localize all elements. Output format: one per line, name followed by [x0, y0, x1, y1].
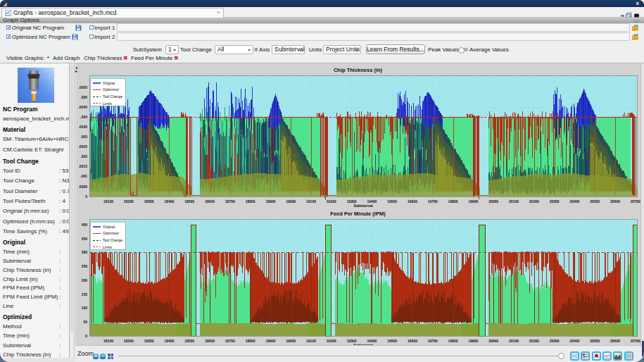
svg-text:19800: 19800 [448, 339, 458, 343]
svg-text:300: 300 [82, 250, 88, 254]
svg-text:18200: 18200 [124, 339, 134, 343]
svg-text:0: 0 [85, 194, 87, 199]
svg-text:20300: 20300 [550, 339, 560, 343]
svg-text:20300: 20300 [550, 199, 560, 204]
svg-text:18900: 18900 [265, 339, 275, 343]
svg-text:18600: 18600 [205, 339, 215, 343]
svg-text:Limits: Limits [103, 101, 113, 106]
svg-text:19900: 19900 [468, 339, 478, 343]
svg-text:19700: 19700 [428, 199, 438, 204]
svg-text:.0045: .0045 [78, 105, 87, 109]
svg-text:Subinterval: Subinterval [353, 204, 373, 208]
svg-text:20100: 20100 [509, 339, 519, 343]
svg-text:19200: 19200 [327, 199, 336, 204]
svg-text:.003: .003 [80, 135, 87, 139]
svg-text:20200: 20200 [529, 339, 539, 343]
svg-text:20400: 20400 [569, 339, 579, 343]
svg-text:20600: 20600 [610, 199, 620, 204]
svg-text:250: 250 [82, 264, 88, 268]
svg-text:50: 50 [83, 320, 87, 324]
svg-text:Optimized: Optimized [103, 231, 119, 235]
svg-text:18600: 18600 [205, 199, 215, 204]
svg-text:Tool Change: Tool Change [103, 238, 122, 242]
svg-text:20000: 20000 [488, 339, 498, 343]
svg-text:.0035: .0035 [78, 125, 87, 129]
svg-text:200: 200 [82, 278, 88, 282]
svg-text:20100: 20100 [509, 199, 519, 204]
svg-text:18100: 18100 [103, 339, 113, 343]
svg-text:350: 350 [82, 237, 88, 241]
svg-text:Original: Original [103, 81, 115, 85]
svg-text:19200: 19200 [327, 339, 336, 343]
svg-text:19100: 19100 [306, 339, 316, 343]
svg-text:20700: 20700 [631, 199, 640, 204]
svg-text:18300: 18300 [144, 339, 154, 343]
svg-text:100: 100 [82, 306, 88, 310]
svg-text:18400: 18400 [164, 339, 174, 343]
svg-text:18500: 18500 [184, 199, 194, 204]
svg-text:19000: 19000 [286, 199, 296, 204]
svg-text:18300: 18300 [144, 199, 154, 204]
svg-text:18200: 18200 [124, 199, 134, 204]
svg-text:20500: 20500 [590, 199, 600, 204]
svg-text:19500: 19500 [387, 339, 397, 343]
svg-text:18500: 18500 [184, 339, 194, 343]
svg-text:18800: 18800 [246, 339, 255, 343]
svg-text:.0055: .0055 [78, 85, 87, 89]
svg-text:19600: 19600 [408, 339, 417, 343]
svg-text:20400: 20400 [569, 199, 579, 204]
svg-text:0: 0 [85, 334, 87, 338]
svg-text:.0025: .0025 [78, 144, 87, 149]
svg-text:19700: 19700 [428, 339, 438, 343]
svg-text:Limits: Limits [103, 245, 113, 249]
svg-text:18800: 18800 [246, 199, 255, 204]
svg-text:.002: .002 [80, 154, 87, 158]
svg-text:18900: 18900 [265, 199, 275, 204]
svg-text:.0005: .0005 [78, 185, 87, 189]
svg-text:19000: 19000 [286, 339, 296, 343]
svg-text:Original: Original [103, 225, 115, 229]
svg-text:Optimized: Optimized [103, 87, 119, 92]
svg-text:19500: 19500 [387, 199, 397, 204]
svg-text:20700: 20700 [631, 339, 640, 343]
svg-text:19800: 19800 [448, 199, 458, 204]
svg-text:.001: .001 [80, 174, 87, 178]
svg-text:400: 400 [82, 223, 88, 227]
svg-text:19600: 19600 [408, 199, 417, 204]
svg-text:19900: 19900 [468, 199, 478, 204]
svg-text:Tool Change: Tool Change [103, 94, 122, 99]
svg-text:20000: 20000 [488, 199, 498, 204]
svg-text:18400: 18400 [164, 199, 174, 204]
svg-text:.004: .004 [80, 115, 87, 119]
svg-text:.0015: .0015 [78, 164, 87, 168]
svg-text:18700: 18700 [225, 339, 235, 343]
svg-text:18700: 18700 [225, 199, 235, 204]
svg-text:20200: 20200 [529, 199, 539, 204]
svg-text:150: 150 [82, 292, 88, 297]
svg-text:20500: 20500 [590, 339, 600, 343]
svg-text:.005: .005 [80, 95, 87, 99]
svg-text:19100: 19100 [306, 199, 316, 204]
svg-text:18100: 18100 [103, 199, 113, 204]
svg-text:20600: 20600 [610, 339, 620, 343]
